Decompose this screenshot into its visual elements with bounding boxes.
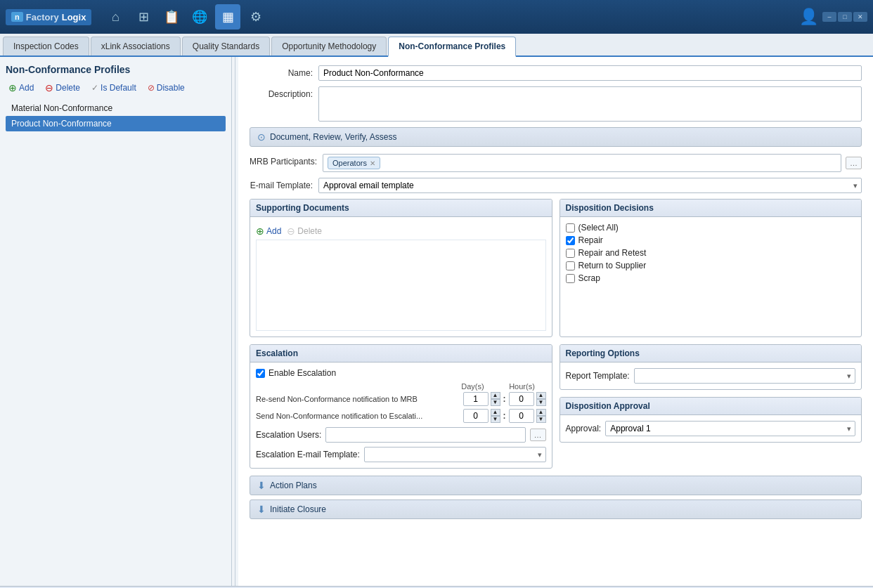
approval-select-wrapper: Approval 1 — [605, 421, 855, 436]
docs-add-icon: ⊕ — [256, 226, 264, 237]
reporting-body: Report Template: — [560, 362, 862, 389]
app-logo: n FactoryLogix — [6, 9, 91, 25]
enable-escalation-checkbox[interactable] — [256, 369, 265, 378]
is-default-button[interactable]: ✓ Is Default — [89, 81, 139, 94]
select-all-checkbox[interactable] — [566, 223, 575, 233]
escalation-users-browse-button[interactable]: … — [530, 429, 546, 441]
chip-remove-icon[interactable]: ✕ — [370, 159, 375, 167]
repair-retest-checkbox[interactable] — [566, 249, 575, 258]
logo-logix: Logix — [62, 12, 86, 22]
initiate-closure-section-header[interactable]: ⬇ Initiate Closure — [250, 499, 862, 519]
escalation-email-select[interactable] — [364, 447, 546, 462]
send-days-up[interactable]: ▲ — [491, 409, 500, 416]
description-input[interactable] — [318, 86, 862, 122]
close-button[interactable]: ✕ — [853, 12, 867, 22]
send-days-arrows: ▲ ▼ — [491, 409, 500, 423]
escalation-email-select-wrapper — [364, 447, 546, 462]
delete-profile-button[interactable]: ⊖ Delete — [42, 81, 83, 95]
user-avatar-icon[interactable]: 👤 — [799, 8, 818, 26]
titlebar-right: 👤 – □ ✕ — [799, 8, 867, 26]
send-days-down[interactable]: ▼ — [491, 416, 500, 423]
escalation-reporting-section: Escalation Enable Escalation Day(s) Hour… — [250, 344, 862, 469]
nav-form-icon[interactable]: ▦ — [215, 4, 240, 30]
tab-non-conformance-profiles[interactable]: Non-Conformance Profiles — [388, 37, 516, 57]
resend-hours-down[interactable]: ▼ — [536, 399, 546, 406]
tab-quality-standards[interactable]: Quality Standards — [182, 37, 270, 55]
send-hours-up[interactable]: ▲ — [536, 409, 546, 416]
disposition-approval-title: Disposition Approval — [560, 398, 862, 415]
nav-globe-icon[interactable]: 🌐 — [187, 4, 212, 30]
description-row: Description: — [250, 86, 862, 122]
mrb-browse-button[interactable]: … — [846, 157, 862, 169]
list-item[interactable]: Product Non-Conformance — [6, 116, 226, 131]
tab-inspection-codes[interactable]: Inspection Codes — [3, 37, 89, 55]
profile-list: Material Non-Conformance Product Non-Con… — [6, 100, 226, 131]
email-template-row: E-mail Template: Approval email template — [250, 178, 862, 193]
email-template-select[interactable]: Approval email template — [318, 178, 862, 193]
escalation-body: Enable Escalation Day(s) Hour(s) Re-send… — [250, 362, 552, 468]
docs-delete-icon: ⊖ — [287, 226, 295, 237]
initiate-closure-label: Initiate Closure — [270, 504, 326, 514]
action-plans-section-header[interactable]: ⬇ Action Plans — [250, 476, 862, 495]
send-hours-down[interactable]: ▼ — [536, 416, 546, 423]
select-all-label: (Select All) — [578, 223, 619, 233]
resend-days-up[interactable]: ▲ — [491, 392, 500, 399]
disposition-check-scrap: Scrap — [566, 273, 856, 283]
scrap-label: Scrap — [578, 273, 600, 283]
disable-button[interactable]: ⊘ Disable — [145, 81, 188, 94]
return-supplier-checkbox[interactable] — [566, 261, 575, 270]
disposition-check-repair: Repair — [566, 235, 856, 245]
two-col-section: Supporting Documents ⊕ Add ⊖ Delete — [250, 199, 862, 337]
hour-header: Hour(s) — [501, 382, 543, 391]
workflow-section-header[interactable]: ⊙ Document, Review, Verify, Assess — [250, 127, 862, 147]
resend-hours-input[interactable] — [509, 392, 534, 406]
approval-label: Approval: — [566, 424, 602, 433]
scrap-checkbox[interactable] — [566, 274, 575, 283]
email-template-label: E-mail Template: — [250, 178, 313, 190]
add-profile-button[interactable]: ⊕ Add — [6, 81, 37, 95]
list-item[interactable]: Material Non-Conformance — [6, 100, 226, 116]
escalation-box: Escalation Enable Escalation Day(s) Hour… — [250, 344, 552, 469]
docs-area — [256, 240, 546, 331]
is-default-icon: ✓ — [91, 83, 98, 93]
resend-hours-arrows: ▲ ▼ — [536, 392, 546, 406]
repair-checkbox[interactable] — [566, 236, 575, 245]
disposition-approval-body: Approval: Approval 1 — [560, 415, 862, 442]
window-controls: – □ ✕ — [822, 12, 867, 22]
send-label: Send Non-Conformance notification to Esc… — [256, 412, 460, 420]
approval-select[interactable]: Approval 1 — [605, 421, 855, 436]
nav-grid-icon[interactable]: ⊞ — [131, 4, 156, 30]
resend-days-input[interactable] — [463, 392, 489, 406]
nav-settings-icon[interactable]: ⚙ — [243, 4, 269, 30]
reporting-options-box: Reporting Options Report Template: — [560, 344, 862, 390]
disposition-approval-box: Disposition Approval Approval: Approval … — [560, 397, 862, 443]
tab-opportunity-methodology[interactable]: Opportunity Methodology — [271, 37, 387, 55]
send-hours-arrows: ▲ ▼ — [536, 409, 546, 423]
send-colon: : — [503, 411, 506, 421]
name-input[interactable] — [318, 65, 862, 81]
left-panel: Non-Conformance Profiles ⊕ Add ⊖ Delete … — [0, 57, 232, 586]
docs-add-button[interactable]: ⊕ Add — [256, 226, 281, 237]
nav-home-icon[interactable]: ⌂ — [103, 4, 128, 30]
restore-button[interactable]: □ — [838, 12, 852, 22]
report-template-select-wrapper — [634, 368, 855, 384]
send-hours-input[interactable] — [509, 409, 534, 423]
reporting-approval-column: Reporting Options Report Template: — [560, 344, 862, 469]
disposition-check-repair-retest: Repair and Retest — [566, 248, 856, 258]
tab-xlink[interactable]: xLink Associations — [91, 37, 181, 55]
report-template-select[interactable] — [634, 368, 855, 384]
escalation-users-input[interactable] — [325, 427, 525, 443]
docs-add-label: Add — [266, 226, 281, 236]
nav-copy-icon[interactable]: 📋 — [159, 4, 184, 30]
chip-label: Operators — [332, 159, 367, 167]
docs-delete-button[interactable]: ⊖ Delete — [287, 226, 322, 237]
logo-n: n — [11, 12, 23, 22]
minimize-button[interactable]: – — [822, 12, 836, 22]
delete-label: Delete — [56, 83, 80, 93]
resend-days-down[interactable]: ▼ — [491, 399, 500, 406]
resend-hours-up[interactable]: ▲ — [536, 392, 546, 399]
docs-toolbar: ⊕ Add ⊖ Delete — [256, 223, 546, 240]
send-days-input[interactable] — [463, 409, 489, 423]
escalation-email-label: Escalation E-mail Template: — [256, 450, 360, 459]
escalation-users-row: Escalation Users: … — [256, 427, 546, 443]
